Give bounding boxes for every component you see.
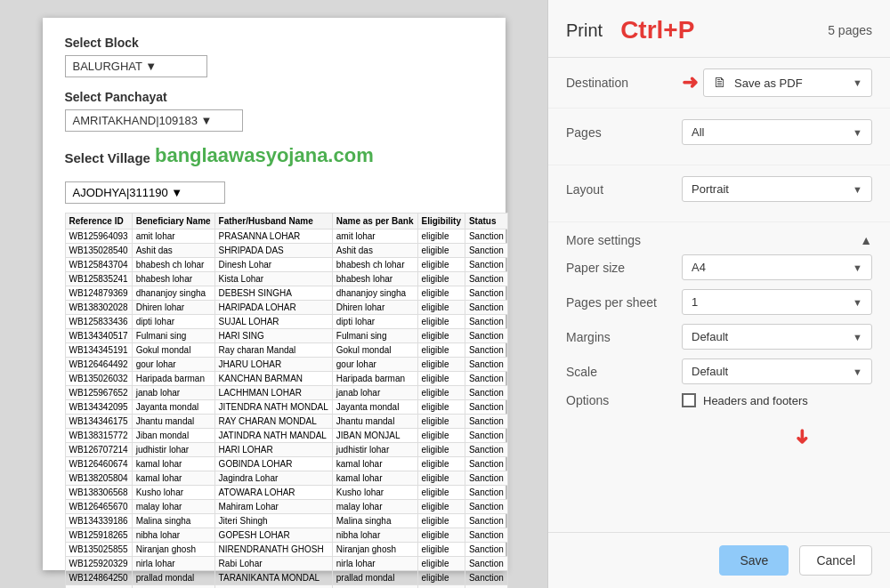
table-cell: Sanction [465, 557, 507, 571]
table-cell: Niranjan ghosh [332, 543, 417, 557]
paper-size-row: Paper size A4 ▼ [566, 254, 872, 280]
table-row: WB135028540Ashit dasSHRIPADA DASAshit da… [65, 244, 507, 258]
block-dropdown[interactable]: BALURGHAT ▼ [65, 55, 207, 77]
save-button[interactable]: Save [719, 545, 789, 576]
table-cell: JATINDRA NATH MANDAL [214, 429, 332, 443]
table-cell: HARIPADA LOHAR [214, 301, 332, 315]
table-cell: Sanction [465, 443, 507, 457]
table-cell: dipti lohar [332, 315, 417, 329]
pages-select[interactable]: All ▼ [682, 119, 872, 145]
print-header: Print Ctrl+P 5 pages [548, 0, 890, 58]
table-cell: WB126465670 [65, 500, 132, 514]
table-cell: Sanction [465, 386, 507, 400]
table-cell: Sanction [465, 514, 507, 528]
table-cell: WB138315772 [65, 429, 132, 443]
more-settings-content: Paper size A4 ▼ Pages per sheet 1 ▼ Marg… [548, 254, 890, 425]
margins-label: Margins [566, 330, 682, 344]
paper-size-select[interactable]: A4 ▼ [682, 254, 872, 280]
cancel-button[interactable]: Cancel [799, 545, 872, 576]
table-row: WB125920329nirla loharRabi Loharnirla lo… [65, 557, 507, 571]
table-cell: Sanction [465, 343, 507, 358]
table-cell: eligible [417, 528, 465, 543]
table-cell: eligible [417, 358, 465, 372]
table-row: WB134340517Fulmani singHARI SINGFulmani … [65, 329, 507, 343]
table-cell: Sanction [465, 258, 507, 272]
layout-row: Layout Portrait ▼ [566, 176, 872, 202]
table-cell: dhananjoy singha [332, 286, 417, 301]
table-cell: WB125833436 [65, 315, 132, 329]
paper-size-value: A4 [692, 261, 706, 274]
table-cell: NIRENDRANATH GHOSH [214, 543, 332, 557]
more-settings-label: More settings [566, 233, 641, 247]
table-cell: eligible [417, 543, 465, 557]
table-cell: SUJAL LOHAR [214, 315, 332, 329]
pages-per-sheet-arrow-icon: ▼ [853, 297, 862, 308]
table-cell: Sanction [465, 358, 507, 372]
margins-select[interactable]: Default ▼ [682, 324, 872, 350]
select-village-label: Select Village [65, 150, 150, 165]
table-cell: Dinesh Lohar [214, 258, 332, 272]
table-cell: WB135028540 [65, 244, 132, 258]
bottom-arrow-container: ➜ [548, 425, 890, 450]
table-cell: WB134346175 [65, 415, 132, 429]
more-settings-row[interactable]: More settings ▲ [548, 222, 890, 254]
select-block-label: Select Block [65, 36, 483, 50]
table-cell: Jhantu mandal [132, 415, 214, 429]
right-panel: Print Ctrl+P 5 pages Destination ➜ 🗎 Sav… [547, 0, 890, 588]
table-cell: kamal lohar [332, 471, 417, 486]
table-cell: malay lohar [132, 500, 214, 514]
paper-size-label: Paper size [566, 261, 682, 275]
village-dropdown[interactable]: AJODHYA|311190 ▼ [65, 181, 225, 204]
table-cell: WB125923191 [65, 585, 132, 589]
select-panchayat-label: Select Panchayat [65, 90, 483, 104]
table-cell: Haripada barman [132, 372, 214, 386]
table-cell: janab lohar [132, 386, 214, 400]
destination-control[interactable]: 🗎 Save as PDF ▼ [703, 68, 872, 97]
table-cell: kamal lohar [132, 457, 214, 471]
table-cell: WB125843704 [65, 258, 132, 272]
table-cell: eligible [417, 443, 465, 457]
table-cell: WB134342095 [65, 400, 132, 415]
table-cell: Haripada barman [332, 372, 417, 386]
table-cell: eligible [417, 457, 465, 471]
table-header: Beneficiary Name [132, 213, 214, 230]
table-cell: nirla lohar [332, 557, 417, 571]
table-row: WB134346175Jhantu mandalRAY CHARAN MONDA… [65, 415, 507, 429]
left-panel: Select Block BALURGHAT ▼ Select Panchaya… [0, 0, 547, 588]
table-cell: purnima lohar [132, 585, 214, 589]
panchayat-value: AMRITAKHAND|109183 ▼ [73, 114, 213, 127]
pages-per-sheet-select[interactable]: 1 ▼ [682, 289, 872, 315]
table-cell: eligible [417, 557, 465, 571]
table-cell: Malina singha [132, 514, 214, 528]
headers-footers-checkbox[interactable] [682, 393, 696, 407]
table-cell: malay lohar [332, 500, 417, 514]
table-cell: judhistir lohar [332, 443, 417, 457]
dest-red-arrow: ➜ [682, 71, 698, 94]
table-cell: bhabesh ch lohar [132, 258, 214, 272]
table-row: WB135025855Niranjan ghoshNIRENDRANATH GH… [65, 543, 507, 557]
layout-value: Portrait [692, 182, 729, 196]
table-cell: eligible [417, 571, 465, 585]
table-cell: KANCHAN BARMAN [214, 372, 332, 386]
table-row: WB134339186Malina singhaJiteri ShinghMal… [65, 514, 507, 528]
margins-row: Margins Default ▼ [566, 324, 872, 350]
options-label: Options [566, 393, 682, 407]
table-cell: prallad mondal [332, 571, 417, 585]
table-cell: Sanction [465, 286, 507, 301]
panchayat-dropdown[interactable]: AMRITAKHAND|109183 ▼ [65, 109, 243, 132]
layout-select[interactable]: Portrait ▼ [682, 176, 872, 202]
table-cell: WB135025855 [65, 543, 132, 557]
table-cell: WB125835241 [65, 272, 132, 286]
table-cell: WB138205804 [65, 471, 132, 486]
table-cell: Jagindra Lohar [214, 471, 332, 486]
table-cell: WB126464492 [65, 358, 132, 372]
pages-value: All [692, 125, 704, 139]
layout-arrow-icon: ▼ [853, 184, 862, 195]
table-cell: Mahiram Lohar [214, 500, 332, 514]
scale-select[interactable]: Default ▼ [682, 358, 872, 384]
pages-count: 5 pages [828, 23, 872, 37]
table-cell: Sanction [465, 500, 507, 514]
table-cell: Gokul mondal [132, 343, 214, 358]
table-cell: Fulmani sing [332, 329, 417, 343]
document-container[interactable]: Select Block BALURGHAT ▼ Select Panchaya… [0, 0, 547, 588]
